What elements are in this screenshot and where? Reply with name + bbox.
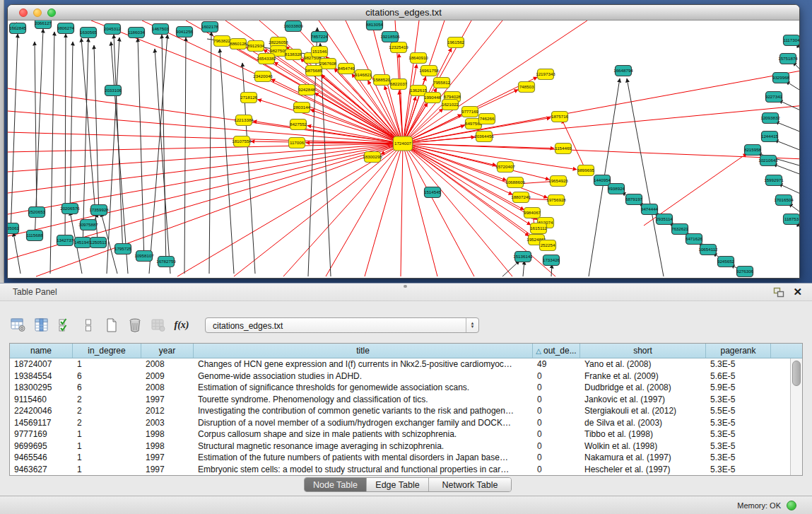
network-node[interactable]: 1117304 xyxy=(783,35,799,46)
network-node[interactable]: 8427552 xyxy=(290,119,307,130)
network-node[interactable]: 16961758 xyxy=(419,66,439,76)
network-node[interactable]: 7857224 xyxy=(311,32,329,42)
network-node[interactable]: 16782759 xyxy=(156,257,176,267)
citation-edge-black[interactable] xyxy=(627,78,664,276)
network-node[interactable]: 1335061 xyxy=(8,223,20,234)
table-cell[interactable]: Nakamura et al. (1997) xyxy=(580,452,706,462)
table-cell[interactable]: 0 xyxy=(533,441,580,451)
network-node[interactable]: 746266 xyxy=(479,114,495,124)
table-row[interactable]: 1456911722003Disruption of a novel membe… xyxy=(10,417,790,429)
network-node[interactable]: 18807249 xyxy=(511,192,531,203)
network-node[interactable]: 2033106 xyxy=(105,86,122,96)
table-cell[interactable]: 1997 xyxy=(141,452,194,462)
close-panel-icon[interactable]: ✕ xyxy=(793,286,802,298)
table-cell[interactable]: 2003 xyxy=(141,418,194,428)
network-node[interactable]: 9245652 xyxy=(717,257,735,267)
network-node[interactable]: 2935114 xyxy=(656,214,673,225)
network-node[interactable]: 17359928 xyxy=(89,205,109,216)
citation-edge-red[interactable] xyxy=(403,144,799,159)
network-node[interactable]: 9899695 xyxy=(577,165,595,176)
network-node[interactable]: 6879197 xyxy=(625,194,643,205)
citation-edge-red[interactable] xyxy=(403,144,577,170)
table-row[interactable]: 2242004622012Investigating the contribut… xyxy=(10,405,790,417)
network-node[interactable]: 16648794 xyxy=(613,66,633,76)
network-node[interactable]: 9329968 xyxy=(772,73,790,83)
network-node[interactable]: 12325419 xyxy=(389,42,408,53)
table-cell[interactable]: 9115460 xyxy=(10,395,73,404)
table-row[interactable]: 977716911998Corpus callosum shape and si… xyxy=(10,428,790,440)
table-cell[interactable]: Tourette syndrome. Phenomenology and cla… xyxy=(194,395,533,404)
citation-edge-black[interactable] xyxy=(209,32,211,274)
network-window-titlebar[interactable]: citations_edges.txt xyxy=(8,5,799,21)
table-cell[interactable]: 2 xyxy=(73,395,141,404)
network-node[interactable]: 10210643 xyxy=(758,156,778,166)
network-node[interactable]: 1733426 xyxy=(543,255,560,266)
network-node[interactable]: 15720407 xyxy=(495,162,515,173)
network-node[interactable]: 20364456 xyxy=(474,132,494,142)
citation-edge-red[interactable] xyxy=(8,132,403,144)
network-node[interactable]: 12093832 xyxy=(760,113,780,124)
network-node[interactable]: 1514545 xyxy=(424,187,442,198)
citation-edge-red[interactable] xyxy=(365,144,403,276)
network-node[interactable]: 9806274 xyxy=(57,23,75,34)
network-node[interactable]: 30975887 xyxy=(78,220,98,230)
splitter-handle[interactable] xyxy=(404,285,407,288)
table-cell[interactable]: 1 xyxy=(73,441,141,451)
table-cell[interactable]: Dudbridge et al. (2008) xyxy=(580,382,706,392)
network-node[interactable]: 15751874 xyxy=(778,54,798,64)
zoom-window-button[interactable] xyxy=(47,8,56,17)
network-node[interactable]: 10958107 xyxy=(134,251,154,262)
network-node[interactable]: 15136141 xyxy=(513,252,533,262)
table-cell[interactable]: 9777169 xyxy=(10,429,73,439)
citation-edge-black[interactable] xyxy=(138,38,144,262)
table-cell[interactable]: Embryonic stem cells: a model to study s… xyxy=(194,465,533,474)
citation-edge-black[interactable] xyxy=(551,264,552,276)
citation-edge-black[interactable] xyxy=(786,81,799,93)
network-node[interactable]: 2718126 xyxy=(240,93,258,103)
table-cell[interactable]: 1 xyxy=(73,429,141,439)
table-cell[interactable]: 1998 xyxy=(141,429,194,439)
table-cell[interactable]: 9465546 xyxy=(10,452,73,462)
table-cell[interactable]: 0 xyxy=(533,418,580,428)
table-row[interactable]: 1830029562008Estimation of significance … xyxy=(10,382,790,394)
table-cell[interactable]: 1998 xyxy=(141,441,194,451)
network-node[interactable]: 6471626 xyxy=(686,234,703,245)
network-hub-node[interactable]: 1724007 xyxy=(394,136,413,151)
table-cell[interactable]: 0 xyxy=(533,371,580,381)
network-node[interactable]: 1154469 xyxy=(555,144,572,154)
tab-edge-table[interactable]: Edge Table xyxy=(367,478,429,491)
table-cell[interactable]: 5.3E-5 xyxy=(706,418,771,428)
network-node[interactable]: 151546 xyxy=(312,47,328,57)
network-node[interactable]: 8215958 xyxy=(744,145,762,156)
table-cell[interactable]: 5.3E-5 xyxy=(706,395,771,404)
table-cell[interactable]: 1 xyxy=(73,465,141,474)
citation-edge-black[interactable] xyxy=(162,35,166,267)
function-builder-icon[interactable]: f(x) xyxy=(173,317,190,334)
table-cell[interactable]: 6 xyxy=(73,382,141,392)
table-cell[interactable]: 18724007 xyxy=(10,359,73,369)
network-node[interactable]: 16033809 xyxy=(283,21,303,32)
network-node[interactable]: 9777169 xyxy=(461,107,479,117)
table-cell[interactable]: 22420046 xyxy=(10,406,73,416)
table-cell[interactable]: Genome-wide association studies in ADHD. xyxy=(194,371,533,381)
float-panel-icon[interactable] xyxy=(773,287,784,298)
table-cell[interactable]: Yano et al. (2008) xyxy=(580,359,706,369)
network-node[interactable]: 1621022 xyxy=(442,100,459,110)
table-cell[interactable]: 5.5E-5 xyxy=(706,406,771,416)
table-cell[interactable]: Jankovic et al. (1997) xyxy=(580,395,706,404)
network-node[interactable]: 15992971 xyxy=(764,175,784,186)
citation-edge-red[interactable] xyxy=(403,70,799,144)
citation-edge-black[interactable] xyxy=(13,233,20,274)
network-node[interactable]: 18107554 xyxy=(232,136,252,147)
network-node[interactable]: 1588520 xyxy=(373,75,391,86)
delete-column-icon[interactable] xyxy=(126,317,143,334)
table-cell[interactable]: 5.3E-5 xyxy=(706,452,771,462)
network-node[interactable]: 117006 xyxy=(289,138,305,148)
table-cell[interactable]: Structural magnetic resonance image aver… xyxy=(194,441,533,451)
network-node[interactable]: 1186034 xyxy=(128,28,145,38)
network-node[interactable]: 1961562 xyxy=(447,37,465,48)
table-cell[interactable]: 0 xyxy=(533,395,580,404)
network-node[interactable]: 17016504 xyxy=(774,195,794,206)
table-cell[interactable]: 5.3E-5 xyxy=(706,359,771,369)
column-show-icon[interactable] xyxy=(33,317,50,334)
